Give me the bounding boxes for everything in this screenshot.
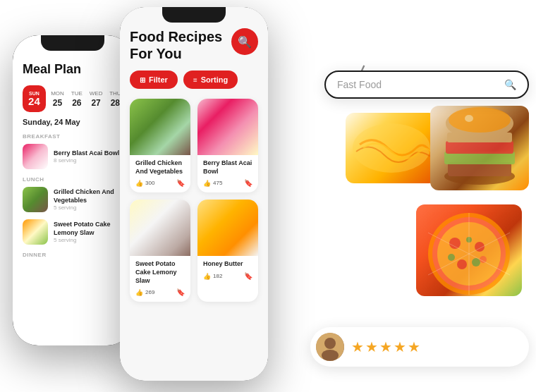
notch-center: [162, 7, 226, 23]
right-panel: ↙ Fast Food 🔍: [331, 21, 529, 374]
cal-tue: TUE 26: [69, 90, 84, 108]
svg-point-24: [322, 350, 339, 361]
meal-info-cake: Sweet Potato Cake Lemony Slaw 5 serving: [54, 221, 123, 243]
cal-mon-date: 25: [53, 98, 62, 108]
like-icon-1: 👍: [203, 180, 211, 187]
recipe-meta-1: 👍 475 🔖: [203, 179, 252, 187]
meal-serving-cake: 5 serving: [54, 237, 123, 243]
recipes-header: Food Recipes For You 🔍: [130, 28, 258, 62]
breakfast-section: BREAKFAST: [23, 133, 123, 140]
meal-plan-phone: Meal Plan SUN 24 MON 25 TUE 26 WED 27: [13, 35, 133, 345]
svg-point-14: [457, 259, 467, 269]
calendar-today: SUN 24: [23, 85, 46, 112]
recipe-name-1: Berry Blast Acai Bowl: [203, 159, 252, 176]
cal-wed-label: WED: [90, 90, 103, 97]
meal-info-chicken: Grilled Chicken And Vegetables 5 serving: [54, 188, 123, 211]
meal-thumb-acai: [23, 144, 48, 169]
cal-mon-label: MON: [51, 90, 64, 97]
pizza-image: [416, 204, 522, 296]
meal-name-acai: Berry Blast Acai Bowl: [54, 149, 123, 158]
like-count-1: 475: [213, 180, 222, 186]
meal-thumb-chicken: [23, 187, 48, 212]
recipe-card-1[interactable]: Berry Blast Acai Bowl 👍 475 🔖: [197, 99, 258, 192]
sort-button[interactable]: ≡ Sorting: [183, 71, 238, 89]
like-row-3: 👍 182: [203, 273, 222, 280]
recipe-img-1: [197, 99, 258, 155]
calendar-row: SUN 24 MON 25 TUE 26 WED 27 THU 28: [23, 85, 123, 112]
recipe-name-3: Honey Butter: [203, 260, 252, 269]
recipe-img-2: [130, 200, 190, 256]
svg-point-16: [448, 254, 455, 261]
dinner-section: DINNER: [23, 252, 123, 258]
like-icon-2: 👍: [135, 289, 143, 296]
meal-item-acai: Berry Blast Acai Bowl 8 serving: [23, 144, 123, 169]
meal-thumb-cake: [23, 219, 48, 245]
svg-point-12: [449, 238, 461, 249]
meal-name-chicken: Grilled Chicken And Vegetables: [54, 188, 123, 204]
date-label: Sunday, 24 May: [23, 118, 123, 126]
today-date: 24: [28, 96, 40, 106]
bookmark-icon-1[interactable]: 🔖: [244, 179, 252, 187]
meal-serving-chicken: 5 serving: [54, 204, 123, 211]
reviewer-avatar: [316, 333, 344, 361]
cal-wed-date: 27: [91, 98, 100, 108]
cal-tue-date: 26: [72, 98, 81, 108]
search-circle-button[interactable]: 🔍: [231, 28, 258, 55]
review-bar: ★★★★★: [310, 327, 529, 367]
bookmark-icon-0[interactable]: 🔖: [176, 179, 185, 187]
meal-plan-title: Meal Plan: [23, 62, 123, 77]
meal-name-cake: Sweet Potato Cake Lemony Slaw: [54, 221, 123, 237]
cal-mon: MON 25: [50, 90, 65, 108]
meal-serving-acai: 8 serving: [54, 157, 123, 164]
bookmark-icon-2[interactable]: 🔖: [176, 288, 185, 296]
star-rating: ★★★★★: [351, 338, 422, 355]
recipe-name-0: Grilled Chicken And Vegetables: [135, 159, 185, 176]
like-row-2: 👍 269: [135, 289, 154, 296]
cal-thu-date: 28: [111, 98, 120, 108]
recipes-title: Food Recipes For You: [130, 28, 222, 62]
like-count-3: 182: [213, 273, 222, 279]
svg-point-8: [465, 115, 473, 122]
filter-icon: ⊞: [140, 76, 145, 84]
search-icon: 🔍: [238, 35, 252, 49]
lunch-section: LUNCH: [23, 176, 123, 183]
food-collage: [346, 106, 529, 303]
recipe-card-2[interactable]: Sweet Potato Cake Lemony Slaw 👍 269 🔖: [130, 200, 190, 302]
recipe-grid: Grilled Chicken And Vegetables 👍 300 🔖: [130, 99, 258, 302]
bookmark-icon-3[interactable]: 🔖: [244, 272, 252, 280]
meal-item-cake: Sweet Potato Cake Lemony Slaw 5 serving: [23, 219, 123, 245]
like-count-0: 300: [145, 180, 154, 186]
search-icon-right: 🔍: [504, 79, 516, 90]
like-icon-0: 👍: [135, 180, 143, 187]
filter-button[interactable]: ⊞ Filter: [130, 71, 178, 89]
like-count-2: 269: [145, 289, 154, 295]
cal-wed: WED 27: [88, 90, 103, 108]
recipe-card-3[interactable]: Honey Butter 👍 182 🔖: [197, 200, 258, 302]
recipe-meta-0: 👍 300 🔖: [135, 179, 185, 187]
notch-left: [41, 35, 104, 51]
recipe-name-2: Sweet Potato Cake Lemony Slaw: [135, 260, 185, 285]
filter-sort-row: ⊞ Filter ≡ Sorting: [130, 71, 258, 89]
search-placeholder-text: Fast Food: [337, 79, 382, 90]
recipe-meta-2: 👍 269 🔖: [135, 288, 185, 296]
noodles-image: [346, 113, 437, 183]
recipe-img-0: [130, 99, 190, 155]
like-row-1: 👍 475: [203, 180, 222, 187]
recipes-phone: Food Recipes For You 🔍 ⊞ Filter ≡ Sortin…: [120, 7, 268, 381]
like-row-0: 👍 300: [135, 180, 154, 187]
recipe-card-0[interactable]: Grilled Chicken And Vegetables 👍 300 🔖: [130, 99, 190, 192]
meal-item-chicken: Grilled Chicken And Vegetables 5 serving: [23, 187, 123, 212]
svg-point-7: [449, 107, 511, 133]
sort-icon: ≡: [193, 76, 197, 84]
svg-rect-4: [446, 141, 513, 154]
search-bar-float[interactable]: Fast Food 🔍: [324, 71, 529, 99]
recipe-img-3: [197, 200, 258, 256]
burger-image: [430, 106, 529, 190]
like-icon-3: 👍: [203, 273, 211, 280]
svg-point-23: [324, 338, 336, 349]
recipe-meta-3: 👍 182 🔖: [203, 272, 252, 280]
cal-tue-label: TUE: [71, 90, 83, 97]
meal-info-acai: Berry Blast Acai Bowl 8 serving: [54, 149, 123, 164]
